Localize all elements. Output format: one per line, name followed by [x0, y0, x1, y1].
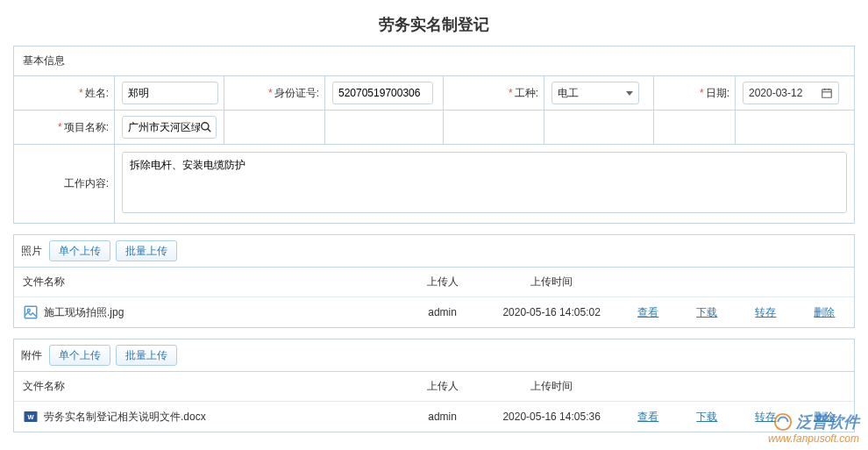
svg-point-4	[202, 123, 209, 130]
worktype-field-cell: 电工	[544, 76, 654, 110]
photo-filename: 施工现场拍照.jpg	[44, 305, 124, 320]
worktype-select[interactable]: 电工	[551, 82, 639, 104]
col-uploader: 上传人	[401, 268, 485, 297]
photos-upload-batch-button[interactable]: 批量上传	[116, 240, 177, 261]
content-textarea[interactable]	[122, 152, 847, 213]
photos-section-label: 照片	[21, 244, 42, 259]
svg-point-7	[27, 309, 30, 311]
project-field-cell	[115, 111, 224, 144]
download-link[interactable]: 下载	[696, 411, 717, 423]
idcard-input[interactable]	[332, 82, 433, 104]
attachment-uploader: admin	[401, 402, 485, 432]
col-time: 上传时间	[485, 268, 619, 297]
attachments-panel: 附件 单个上传 批量上传 文件名称 上传人 上传时间 W 劳务实名制登记相关说明…	[13, 339, 855, 432]
project-label: 项目名称:	[64, 120, 109, 135]
worktype-label: 工种:	[515, 86, 538, 101]
search-icon[interactable]	[200, 121, 212, 133]
form-row-2: *项目名称:	[14, 111, 854, 145]
attachments-table: 文件名称 上传人 上传时间 W 劳务实名制登记相关说明文件.docx admin…	[14, 372, 854, 432]
svg-line-5	[208, 129, 211, 132]
attachment-filename: 劳务实名制登记相关说明文件.docx	[44, 410, 206, 425]
download-link[interactable]: 下载	[696, 306, 717, 318]
calendar-icon	[821, 87, 833, 99]
basic-info-panel: 基本信息 *姓名: *身份证号: *工种: 电工 *日期: 2020-03-12…	[13, 46, 855, 224]
attachments-upload-batch-button[interactable]: 批量上传	[116, 345, 177, 366]
svg-rect-6	[25, 306, 37, 318]
photo-time: 2020-05-16 14:05:02	[485, 297, 619, 328]
attachments-section-label: 附件	[21, 348, 42, 363]
photos-header: 照片 单个上传 批量上传	[14, 235, 854, 268]
delete-link[interactable]: 删除	[814, 306, 835, 318]
worktype-value: 电工	[558, 86, 579, 101]
idcard-label: 身份证号:	[274, 86, 319, 101]
name-input[interactable]	[122, 82, 218, 104]
project-input[interactable]	[128, 121, 200, 133]
name-label-cell: *姓名:	[14, 76, 115, 110]
col-time: 上传时间	[485, 372, 619, 402]
basic-section-header: 基本信息	[14, 46, 854, 76]
svg-text:W: W	[27, 413, 34, 421]
form-row-3: 工作内容:	[14, 145, 854, 223]
col-uploader: 上传人	[401, 372, 485, 402]
date-input[interactable]: 2020-03-12	[743, 82, 839, 104]
photos-upload-single-button[interactable]: 单个上传	[49, 240, 110, 261]
idcard-field-cell	[325, 76, 444, 110]
table-row: W 劳务实名制登记相关说明文件.docx admin 2020-05-16 14…	[14, 402, 854, 432]
col-filename: 文件名称	[14, 372, 401, 402]
transfer-link[interactable]: 转存	[755, 306, 776, 318]
delete-link[interactable]: 删除	[814, 411, 835, 423]
form-row-1: *姓名: *身份证号: *工种: 电工 *日期: 2020-03-12	[14, 76, 854, 111]
photo-uploader: admin	[401, 297, 485, 328]
photos-panel: 照片 单个上传 批量上传 文件名称 上传人 上传时间 施工现场拍照.jpg ad…	[13, 234, 855, 328]
brand-url: www.fanpusoft.com	[768, 432, 859, 445]
project-label-cell: *项目名称:	[14, 111, 115, 144]
page-title: 劳务实名制登记	[13, 7, 855, 46]
worktype-label-cell: *工种:	[444, 76, 544, 110]
idcard-label-cell: *身份证号:	[224, 76, 325, 110]
table-row: 施工现场拍照.jpg admin 2020-05-16 14:05:02 查看 …	[14, 297, 854, 328]
word-file-icon: W	[23, 409, 39, 425]
col-filename: 文件名称	[14, 268, 401, 297]
content-field-cell	[115, 145, 854, 223]
svg-rect-0	[822, 89, 832, 97]
date-label: 日期:	[706, 86, 729, 101]
name-label: 姓名:	[85, 86, 109, 101]
transfer-link[interactable]: 转存	[755, 411, 776, 423]
content-label: 工作内容:	[64, 176, 109, 191]
date-value: 2020-03-12	[749, 87, 802, 99]
content-label-cell: 工作内容:	[14, 145, 115, 223]
chevron-down-icon	[626, 91, 633, 96]
attachments-header: 附件 单个上传 批量上传	[14, 339, 854, 372]
view-link[interactable]: 查看	[637, 306, 658, 318]
photos-table: 文件名称 上传人 上传时间 施工现场拍照.jpg admin 2020-05-1…	[14, 268, 854, 327]
view-link[interactable]: 查看	[637, 411, 658, 423]
attachment-time: 2020-05-16 14:05:36	[485, 402, 619, 432]
image-file-icon	[23, 304, 39, 320]
date-label-cell: *日期:	[654, 76, 736, 110]
date-field-cell: 2020-03-12	[736, 76, 854, 110]
name-field-cell	[115, 76, 224, 110]
attachments-upload-single-button[interactable]: 单个上传	[49, 345, 110, 366]
project-search-wrap[interactable]	[122, 116, 217, 139]
